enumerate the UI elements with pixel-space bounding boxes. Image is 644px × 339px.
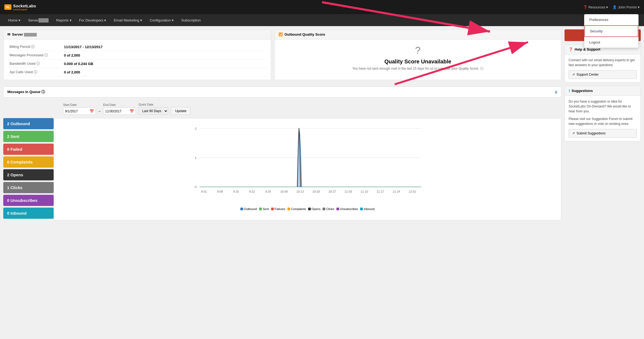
- billing-period-row: Billing Period ⓘ 11/13/2017 - 12/13/2017: [7, 43, 267, 51]
- support-center-label: Support Center: [576, 73, 599, 76]
- support-center-button[interactable]: ↗ Support Center: [569, 70, 637, 79]
- legend-label-opens: Opens: [312, 207, 320, 211]
- help-support-body: Connect with our email delivery experts …: [565, 54, 640, 82]
- quality-card-title: Outbound Quality Score: [284, 32, 325, 36]
- messages-processed-label: Messages Processed ⓘ: [7, 51, 62, 60]
- dropdown-item-security[interactable]: Security: [584, 25, 638, 37]
- billing-period-label: Billing Period ⓘ: [7, 43, 62, 51]
- svg-text:1: 1: [195, 156, 197, 159]
- stat-complaints-btn[interactable]: 0 Complaints: [3, 156, 54, 168]
- update-button[interactable]: Update: [171, 107, 191, 115]
- quality-unavailable-sub: You have not sent enough mail in the las…: [352, 66, 483, 71]
- logo-text-area: SocketLabs control panel: [13, 4, 36, 11]
- nav-email-marketing[interactable]: Email Marketing ▾: [110, 14, 146, 26]
- legend-unsubscribes: Unsubscribes: [336, 207, 358, 211]
- quick-date-group: Quick Date Last 90 Days Last 7 Days Last…: [139, 103, 168, 115]
- legend-inbound: Inbound: [360, 207, 375, 211]
- content-area: ✉ Server ██████ Billing Period ⓘ 11/13/2…: [0, 26, 644, 224]
- start-date-calendar-icon[interactable]: 📅: [88, 108, 96, 115]
- quality-score-card: 📶 Outbound Quality Score ? Quality Score…: [274, 29, 561, 80]
- dropdown-item-logout[interactable]: Logout: [584, 37, 638, 48]
- nav-reports[interactable]: Reports ▾: [52, 14, 75, 26]
- help-support-title: Help & Support: [575, 47, 600, 51]
- server-info-table: Billing Period ⓘ 11/13/2017 - 12/13/2017…: [7, 43, 267, 76]
- api-calls-label: Api Calls Used ⓘ: [7, 68, 62, 76]
- stat-clicks-btn[interactable]: 1 Clicks: [3, 182, 54, 193]
- svg-text:9-22: 9-22: [249, 190, 255, 193]
- queue-label: Messages In Queue ⓘ: [7, 90, 45, 94]
- legend-label-sent: Sent: [263, 207, 269, 211]
- quality-unavailable-title: Quality Score Unavailable: [384, 58, 451, 65]
- submit-suggestions-button[interactable]: ↗ Submit Suggestions: [569, 129, 637, 138]
- external-link-icon-2: ↗: [572, 131, 575, 135]
- messages-processed-value: 0 of 2,000: [62, 51, 267, 60]
- stat-opens-btn[interactable]: 2 Opens: [3, 169, 54, 180]
- brand-sub: control panel: [13, 8, 36, 11]
- svg-text:11-17: 11-17: [377, 190, 384, 193]
- legend-label-clicks: Clicks: [326, 207, 334, 211]
- svg-text:10-06: 10-06: [280, 190, 288, 193]
- logo: SL SocketLabs control panel: [4, 4, 36, 11]
- help-support-text: Connect with our email delivery experts …: [569, 58, 637, 67]
- user-menu-btn[interactable]: 👤 John Porrini ▾: [612, 5, 640, 9]
- nav-home[interactable]: Home ▾: [4, 14, 24, 26]
- svg-text:9-29: 9-29: [265, 190, 271, 193]
- stats-and-chart-area: 2 Outbound 2 Sent 0 Failed 0 Complaints …: [3, 118, 561, 220]
- suggestions-text-2: Please visit our Suggestion Forum to sub…: [569, 116, 637, 126]
- messages-in-queue-row: Messages In Queue ⓘ 0: [3, 87, 561, 97]
- svg-text:9-01: 9-01: [201, 190, 207, 193]
- end-date-label: End Date: [103, 103, 136, 106]
- api-calls-value: 0 of 2,000: [62, 68, 267, 76]
- legend-label-failures: Failures: [275, 207, 285, 211]
- server-card-body: Billing Period ⓘ 11/13/2017 - 12/13/2017…: [4, 39, 271, 80]
- bandwidth-label: Bandwidth Used ⓘ: [7, 60, 62, 68]
- server-card-header: ✉ Server ██████: [4, 30, 271, 39]
- resources-link[interactable]: ❓ Resources ▾: [583, 5, 608, 9]
- legend-opens: Opens: [308, 207, 320, 211]
- legend-dot-clicks: [323, 208, 325, 210]
- nav-server[interactable]: Server ████: [24, 14, 52, 26]
- api-calls-row: Api Calls Used ⓘ 0 of 2,000: [7, 68, 267, 76]
- nav-configuration[interactable]: Configuration ▾: [146, 14, 177, 26]
- svg-text:0: 0: [195, 185, 197, 189]
- legend-label-complaints: Complaints: [291, 207, 306, 211]
- chart-legend: Outbound Sent Failures Complaints: [58, 207, 557, 211]
- legend-dot-unsubscribes: [336, 208, 339, 210]
- messages-processed-row: Messages Processed ⓘ 0 of 2,000: [7, 51, 267, 60]
- dropdown-item-preferences[interactable]: Preferences: [584, 14, 638, 25]
- end-date-input[interactable]: [103, 108, 128, 115]
- nav-developers[interactable]: For Developers ▾: [75, 14, 110, 26]
- brand-name: SocketLabs: [13, 4, 36, 8]
- end-date-input-wrapper: 📅: [103, 107, 136, 115]
- left-column: ✉ Server ██████ Billing Period ⓘ 11/13/2…: [3, 29, 561, 220]
- legend-sent: Sent: [259, 207, 269, 211]
- stat-failed-btn[interactable]: 0 Failed: [3, 144, 54, 155]
- end-date-calendar-icon[interactable]: 📅: [128, 108, 136, 115]
- top-cards-row: ✉ Server ██████ Billing Period ⓘ 11/13/2…: [3, 29, 561, 83]
- stat-sent-btn[interactable]: 2 Sent: [3, 131, 54, 142]
- start-date-input-wrapper: 📅: [63, 107, 96, 115]
- stat-inbound-btn[interactable]: 0 Inbound: [3, 208, 54, 219]
- suggestions-title: Suggestions: [572, 89, 593, 93]
- quality-card-header: 📶 Outbound Quality Score: [275, 30, 561, 39]
- bandwidth-value: 0.000 of 0.244 GB: [62, 60, 267, 68]
- top-right-area: ❓ Resources ▾ 👤 John Porrini ▾: [583, 5, 640, 9]
- suggestions-header: ℹ Suggestions: [565, 86, 640, 96]
- info-icon: ℹ: [569, 89, 570, 93]
- start-date-input[interactable]: [63, 108, 88, 115]
- svg-text:10-27: 10-27: [329, 190, 336, 193]
- stat-outbound-btn[interactable]: 2 Outbound: [3, 118, 54, 129]
- server-info-card: ✉ Server ██████ Billing Period ⓘ 11/13/2…: [3, 29, 271, 80]
- nav-subscription[interactable]: Subscription: [177, 14, 205, 26]
- svg-text:11-10: 11-10: [361, 190, 368, 193]
- chart-area: 2 1 0 9-01 9-08 9-15 9-22 9-29 10-06 10-…: [54, 118, 561, 220]
- stat-unsubscribes-btn[interactable]: 0 Unsubscribes: [3, 195, 54, 206]
- legend-dot-failures: [271, 208, 274, 210]
- quick-date-select[interactable]: Last 90 Days Last 7 Days Last 30 Days Cu…: [139, 107, 168, 115]
- external-link-icon: ↗: [572, 73, 575, 76]
- legend-dot-outbound: [240, 208, 243, 210]
- quick-date-label: Quick Date: [139, 103, 168, 106]
- start-date-label: Start Date: [63, 103, 96, 106]
- suggestions-card: ℹ Suggestions Do you have a suggestion o…: [565, 86, 641, 141]
- date-dash: –: [99, 109, 100, 113]
